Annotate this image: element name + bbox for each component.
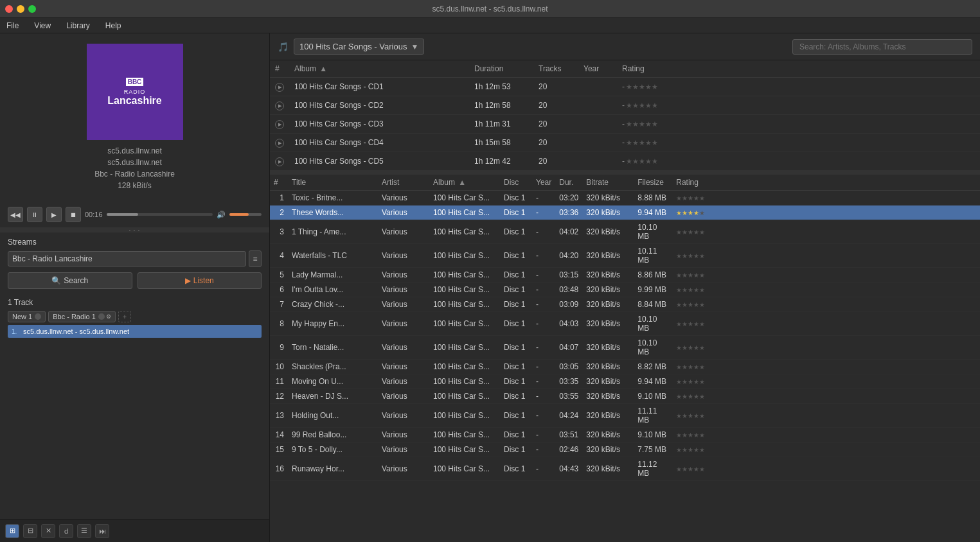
track-album: 100 Hits Car S... [429,268,500,283]
maximize-button[interactable] [28,5,36,13]
track-number: 10 [270,360,288,374]
album-row[interactable]: ▶ 100 Hits Car Songs - CD1 1h 12m 53 20 … [270,78,980,96]
album-tracks: 20 [533,134,578,152]
stream-selector: Bbc - Radio Lancashire ≡ [8,250,262,267]
toolbar-btn-shuffle[interactable]: ✕ [41,524,55,538]
stream-dropdown[interactable]: Bbc - Radio Lancashire [8,251,246,267]
album-play-btn[interactable]: ▶ [270,152,289,171]
track-bitrate: 320 kBit/s [582,297,634,312]
track-row[interactable]: 5 Lady Marmal... Various 100 Hits Car S.… [270,268,980,283]
play-button[interactable]: ▶ [46,207,62,222]
play-circle-icon[interactable]: ▶ [275,157,284,166]
playlist-tab-0[interactable]: New 1 [8,311,46,322]
toolbar-btn-next[interactable]: ⏭ [95,524,109,538]
album-tracks: 20 [533,152,578,171]
track-bitrate: 320 kBit/s [582,191,634,205]
track-filesize: 9.94 MB [634,374,672,389]
track-row[interactable]: 9 Torn - Natalie... Various 100 Hits Car… [270,336,980,360]
play-circle-icon[interactable]: ▶ [275,120,284,129]
track-duration: 04:07 [555,336,582,360]
toolbar-btn-crossfade[interactable]: d [59,524,73,538]
track-row[interactable]: 3 1 Thing - Ame... Various 100 Hits Car … [270,220,980,244]
play-circle-icon[interactable]: ▶ [275,101,284,110]
track-duration: 04:02 [555,220,582,244]
track-row[interactable]: 1 Toxic - Britne... Various 100 Hits Car… [270,191,980,205]
album-rating: -★★★★★ [617,78,980,96]
volume-bar[interactable] [229,213,262,216]
search-input[interactable] [792,39,972,55]
album-play-btn[interactable]: ▶ [270,78,289,96]
track-bitrate: 320 kBit/s [582,428,634,442]
playlist-add-tab[interactable]: + [118,311,131,322]
track-disc: Disc 1 [500,191,532,205]
track-row[interactable]: 4 Waterfalls - TLC Various 100 Hits Car … [270,244,980,268]
progress-bar[interactable] [107,213,213,216]
listen-button[interactable]: ▶ Listen [138,272,262,289]
album-row[interactable]: ▶ 100 Hits Car Songs - CD5 1h 12m 42 20 … [270,152,980,171]
track-disc: Disc 1 [500,374,532,389]
track-filesize: 8.88 MB [634,191,672,205]
album-selector[interactable]: 100 Hits Car Songs - Various ▼ [294,39,424,55]
album-play-btn[interactable]: ▶ [270,96,289,115]
album-play-btn[interactable]: ▶ [270,115,289,134]
window-controls[interactable] [5,5,36,13]
toolbar-btn-1[interactable]: ⊟ [23,524,37,538]
track-row[interactable]: 13 Holding Out... Various 100 Hits Car S… [270,404,980,428]
track-number: 3 [270,220,288,244]
play-circle-icon[interactable]: ▶ [275,83,284,92]
track-col-rating: Rating [672,175,980,191]
toolbar-btn-list[interactable]: ☰ [77,524,91,538]
drag-handle[interactable]: • • • [0,227,269,232]
track-col-hash: # [270,175,288,191]
prev-button[interactable]: ◀◀ [8,207,23,222]
search-button[interactable]: 🔍 Search [8,272,132,289]
close-button[interactable] [5,5,13,13]
track-number: 13 [270,404,288,428]
playlist-tabs: New 1 Bbc - Radio 1 ⚙ + [8,311,262,322]
window-title: sc5.dus.llnw.net - sc5.dus.llnw.net [432,4,548,13]
minimize-button[interactable] [17,5,24,13]
track-row[interactable]: 7 Crazy Chick -... Various 100 Hits Car … [270,297,980,312]
menu-library[interactable]: Library [62,20,94,31]
album-play-btn[interactable]: ▶ [270,134,289,152]
track-year: - [532,283,555,297]
playlist-tab-1[interactable]: Bbc - Radio 1 ⚙ [48,311,116,322]
track-col-bitrate: Bitrate [582,175,634,191]
album-row[interactable]: ▶ 100 Hits Car Songs - CD4 1h 15m 58 20 … [270,134,980,152]
menu-file[interactable]: File [3,20,22,31]
stop-button[interactable]: ⏹ [66,207,81,222]
track-number: 12 [270,389,288,404]
track-artist: Various [378,404,429,428]
track-disc: Disc 1 [500,404,532,428]
track-row[interactable]: 16 Runaway Hor... Various 100 Hits Car S… [270,457,980,481]
track-row[interactable]: 6 I'm Outta Lov... Various 100 Hits Car … [270,283,980,297]
menu-view[interactable]: View [30,20,55,31]
album-row[interactable]: ▶ 100 Hits Car Songs - CD2 1h 12m 58 20 … [270,96,980,115]
bbc-logo: BBC [126,78,144,86]
play-circle-icon[interactable]: ▶ [275,139,284,148]
pause-button[interactable]: ⏸ [27,207,42,222]
track-bitrate: 320 kBit/s [582,442,634,457]
track-duration: 02:46 [555,442,582,457]
album-tracks: 20 [533,115,578,134]
track-title: Runaway Hor... [288,457,378,481]
bbc-text: BBC [126,78,144,86]
track-row[interactable]: 14 99 Red Balloo... Various 100 Hits Car… [270,428,980,442]
track-row[interactable]: 8 My Happy En... Various 100 Hits Car S.… [270,312,980,336]
track-row[interactable]: 2 These Words... Various 100 Hits Car S.… [270,205,980,220]
track-duration: 03:36 [555,205,582,220]
track-row[interactable]: 12 Heaven - DJ S... Various 100 Hits Car… [270,389,980,404]
album-row[interactable]: ▶ 100 Hits Car Songs - CD3 1h 11m 31 20 … [270,115,980,134]
track-bitrate: 320 kBit/s [582,389,634,404]
rating-stars-icon: ★★★★★ [676,412,705,419]
track-title: Shackles (Pra... [288,360,378,374]
track-filesize: 10.10 MB [634,312,672,336]
stream-menu-button[interactable]: ≡ [249,250,262,267]
toolbar-btn-0[interactable]: ⊞ [5,524,19,538]
menu-help[interactable]: Help [102,20,125,31]
track-row[interactable]: 10 Shackles (Pra... Various 100 Hits Car… [270,360,980,374]
track-row[interactable]: 15 9 To 5 - Dolly... Various 100 Hits Ca… [270,442,980,457]
playlist-item[interactable]: 1. sc5.dus.llnw.net - sc5.dus.llnw.net [8,325,262,338]
track-row[interactable]: 11 Moving On U... Various 100 Hits Car S… [270,374,980,389]
track-number: 15 [270,442,288,457]
